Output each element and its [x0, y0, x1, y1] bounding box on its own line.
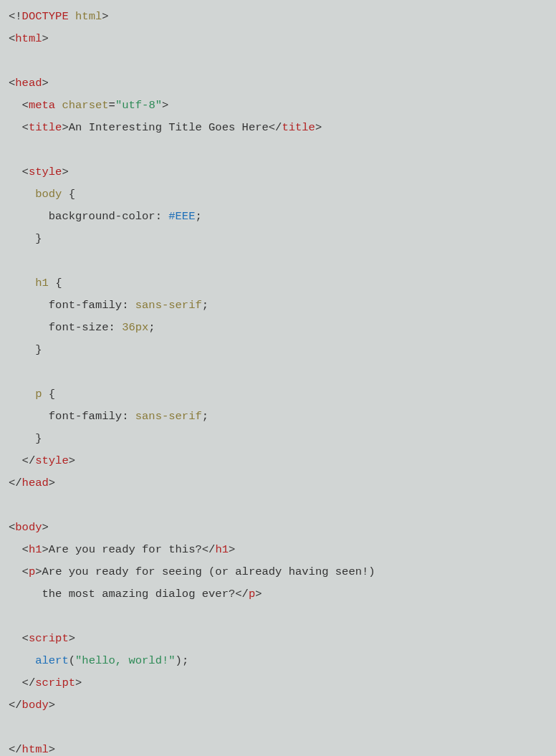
code-token: >	[42, 521, 49, 534]
code-token: h1	[29, 543, 42, 556]
code-token: p	[35, 388, 42, 401]
code-token: >	[49, 477, 55, 489]
code-token	[9, 277, 35, 290]
code-token: >	[35, 565, 42, 578]
code-token: html	[15, 32, 42, 45]
code-token: the most amazing dialog ever?	[9, 588, 235, 601]
code-line	[9, 361, 547, 383]
code-token: title	[282, 121, 315, 134]
code-line: }	[9, 228, 547, 250]
code-token	[9, 299, 49, 312]
code-token: >	[62, 166, 68, 178]
code-token: Are you ready for this?	[49, 543, 202, 556]
code-line: <title>An Interesting Title Goes Here</t…	[9, 117, 547, 139]
code-token	[9, 321, 49, 334]
code-token: <	[9, 77, 15, 90]
code-token: }	[9, 232, 42, 245]
code-line: </body>	[9, 694, 547, 717]
code-token: charset	[62, 99, 108, 112]
code-token	[9, 188, 35, 201]
code-line	[9, 494, 547, 517]
code-line: p {	[9, 383, 547, 406]
code-token: </	[9, 743, 22, 756]
code-line	[9, 717, 547, 739]
code-token: <	[9, 99, 29, 112]
code-token: sans-serif	[135, 299, 202, 312]
code-token: :	[122, 299, 135, 312]
code-token: :	[109, 321, 123, 334]
code-token: font-size	[49, 321, 109, 334]
code-line: }	[9, 339, 547, 361]
code-token: >	[255, 588, 262, 601]
code-line: <html>	[9, 28, 547, 50]
code-line: <p>Are you ready for seeing (or already …	[9, 561, 547, 583]
code-line	[9, 50, 547, 72]
code-token: </	[9, 699, 22, 712]
code-token: title	[29, 121, 62, 134]
code-token: h1	[35, 277, 49, 290]
code-token: }	[9, 432, 42, 445]
code-line: </head>	[9, 472, 547, 494]
code-line: background-color: #EEE;	[9, 206, 547, 228]
code-token: body	[35, 188, 62, 201]
code-line: </script>	[9, 672, 547, 694]
code-token: Are you ready for seeing (or already hav…	[42, 565, 375, 578]
code-block: <!DOCTYPE html><html> <head> <meta chars…	[0, 0, 556, 756]
code-token: DOCTYPE	[22, 10, 69, 23]
code-token: ;	[195, 210, 201, 223]
code-token: ;	[202, 410, 208, 423]
code-token: meta	[29, 99, 55, 112]
code-token: ;	[148, 321, 155, 334]
code-token: >	[42, 543, 49, 556]
code-line: font-family: sans-serif;	[9, 406, 547, 428]
code-token: 36px	[122, 321, 148, 334]
code-line	[9, 139, 547, 161]
code-token: html	[75, 10, 102, 23]
code-token: body	[15, 521, 42, 534]
code-line: h1 {	[9, 272, 547, 295]
code-line: <head>	[9, 72, 547, 95]
code-token: script	[35, 676, 75, 689]
code-token: </	[9, 676, 35, 689]
code-token	[9, 654, 35, 667]
code-token: >	[42, 32, 49, 45]
code-token: >	[69, 632, 75, 645]
code-token	[69, 10, 75, 23]
code-token: >	[229, 543, 235, 556]
code-token: >	[42, 77, 49, 90]
code-token: <	[9, 565, 29, 578]
code-token: <	[9, 166, 29, 178]
code-token: font-family	[49, 299, 122, 312]
code-token: <	[9, 521, 15, 534]
code-line: <style>	[9, 161, 547, 183]
code-token	[9, 210, 49, 223]
code-token: >	[315, 121, 322, 134]
code-token: >	[62, 121, 68, 134]
code-line	[9, 250, 547, 272]
code-token: >	[102, 10, 108, 23]
code-token: h1	[215, 543, 229, 556]
code-token: );	[176, 654, 189, 667]
code-token: html	[22, 743, 49, 756]
code-line: </html>	[9, 739, 547, 756]
code-token: An Interesting Title Goes Here	[69, 121, 269, 134]
code-token	[9, 410, 49, 423]
code-token: </	[269, 121, 282, 134]
code-token: <	[9, 543, 29, 556]
code-token: </	[9, 454, 35, 467]
code-line	[9, 606, 547, 628]
code-token: </	[9, 477, 22, 489]
code-token: >	[69, 454, 75, 467]
code-token: ;	[202, 299, 208, 312]
code-token: >	[49, 699, 55, 712]
code-token: </	[202, 543, 216, 556]
code-token: >	[49, 743, 55, 756]
code-line: </style>	[9, 450, 547, 472]
code-token: (	[69, 654, 75, 667]
code-token: <	[9, 121, 29, 134]
code-token: style	[35, 454, 69, 467]
code-token: :	[155, 210, 169, 223]
code-line: font-size: 36px;	[9, 317, 547, 339]
code-token: :	[122, 410, 135, 423]
code-line: <script>	[9, 628, 547, 650]
